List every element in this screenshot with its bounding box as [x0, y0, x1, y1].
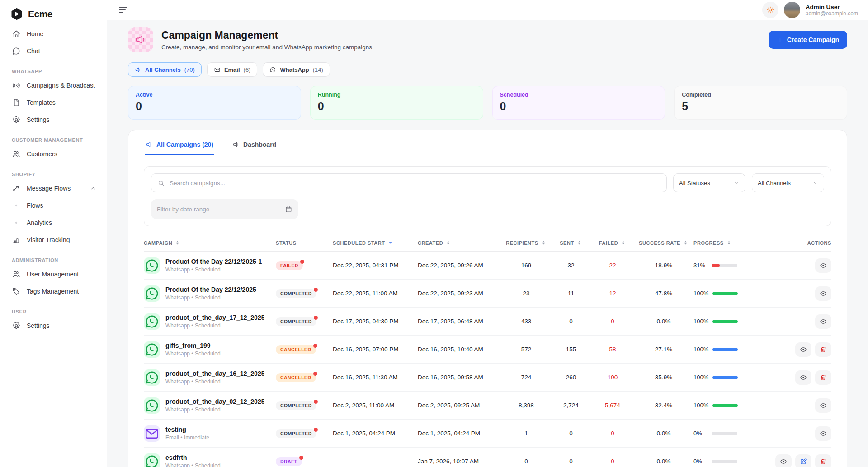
channel-filter-select[interactable]: All Channels [752, 173, 824, 192]
progress-label: 100% [693, 290, 708, 297]
table-row: Product Of the Day 22/12/2025-1 Whatsapp… [144, 252, 831, 280]
sent-cell: 2,724 [551, 402, 591, 409]
recipients-cell: 23 [502, 290, 551, 297]
sidebar-item-tags-management[interactable]: Tags Management [9, 283, 99, 300]
campaign-cell: product_of_the_day_17_12_2025 Whatsapp •… [144, 313, 276, 330]
sidebar-section-whatsapp: WHATSAPP [12, 69, 99, 74]
search-box [151, 173, 667, 192]
view-button[interactable] [815, 398, 831, 413]
column-header-progress[interactable]: PROGRESS [693, 240, 769, 246]
sidebar-item-user-management[interactable]: User Management [9, 266, 99, 283]
sidebar-item-message-flows[interactable]: Message Flows [9, 180, 99, 197]
column-header-success-rate[interactable]: SUCCESS RATE [634, 240, 693, 246]
column-header-recipients[interactable]: RECIPIENTS [502, 240, 551, 246]
page-title: Campaign Management [161, 29, 372, 42]
success-rate-cell: 35.9% [634, 374, 693, 381]
column-header-failed[interactable]: FAILED [591, 240, 634, 246]
actions-cell [769, 370, 831, 385]
success-rate-cell: 18.9% [634, 262, 693, 269]
users-icon [12, 149, 21, 159]
column-header-sent[interactable]: SENT [551, 240, 591, 246]
document-icon [12, 98, 21, 107]
create-campaign-button[interactable]: Create Campaign [769, 31, 847, 49]
view-button[interactable] [795, 370, 811, 385]
channel-chip-all-channels[interactable]: All Channels(70) [128, 62, 202, 77]
delete-button[interactable] [815, 454, 831, 467]
sidebar-item-visitor-tracking[interactable]: Visitor Tracking [9, 231, 99, 248]
sidebar-toggle-button[interactable] [116, 4, 130, 15]
eye-icon [820, 318, 827, 325]
sidebar-item-home[interactable]: Home [9, 25, 99, 42]
whatsapp-channel-icon [144, 341, 160, 358]
progress-label: 100% [693, 318, 708, 325]
stat-label: Running [318, 92, 476, 98]
created-cell: Jan 7, 2026, 10:07 AM [418, 458, 502, 465]
sent-cell: 32 [551, 262, 591, 269]
stat-cards: Active0Running0Scheduled0Completed5 [128, 86, 847, 120]
channel-chip-email[interactable]: Email(6) [207, 62, 258, 77]
sidebar-item-flows[interactable]: Flows [9, 197, 99, 214]
eye-icon [820, 262, 827, 269]
status-filter-select[interactable]: All Statuses [673, 173, 745, 192]
home-icon [12, 29, 21, 38]
stat-card-completed: Completed5 [674, 86, 847, 120]
view-button[interactable] [815, 286, 831, 301]
brand-logo[interactable]: Ecme [9, 5, 99, 25]
sidebar-item-analytics[interactable]: Analytics [9, 214, 99, 231]
view-button[interactable] [775, 454, 792, 467]
failed-cell: 0 [591, 318, 634, 325]
avatar[interactable] [784, 2, 800, 18]
tab-dashboard[interactable]: Dashboard [231, 138, 277, 155]
eye-icon [820, 430, 827, 437]
view-button[interactable] [815, 314, 831, 329]
recipients-cell: 724 [502, 374, 551, 381]
theme-toggle-button[interactable] [762, 2, 778, 18]
sidebar-item-customers[interactable]: Customers [9, 145, 99, 163]
success-rate-cell: 0.0% [634, 458, 693, 465]
actions-cell [769, 398, 831, 413]
table-body: Product Of the Day 22/12/2025-1 Whatsapp… [144, 252, 831, 467]
progress-cell: 0% [693, 458, 769, 465]
sidebar-item-label: Tags Management [27, 288, 97, 295]
delete-button[interactable] [815, 342, 831, 357]
failed-cell: 12 [591, 290, 634, 297]
progress-bar [712, 292, 738, 295]
edit-button[interactable] [795, 454, 811, 467]
campaign-name: esdfrth [165, 454, 221, 461]
scheduled-start-cell: Dec 17, 2025, 04:30 PM [333, 318, 418, 325]
sidebar-item-settings[interactable]: Settings [9, 317, 99, 334]
view-button[interactable] [815, 426, 831, 441]
scheduled-start-cell: Dec 22, 2025, 11:00 AM [333, 290, 418, 297]
search-input[interactable] [170, 180, 660, 187]
actions-cell [769, 258, 831, 273]
sidebar-item-chat[interactable]: Chat [9, 42, 99, 60]
delete-button[interactable] [815, 370, 831, 385]
progress-label: 0% [693, 458, 708, 465]
view-button[interactable] [795, 342, 811, 357]
column-header-scheduled-start[interactable]: SCHEDULED START [333, 240, 418, 246]
status-badge: DRAFT [276, 457, 302, 466]
brand-name: Ecme [28, 9, 52, 19]
sun-icon [766, 6, 774, 14]
progress-cell: 31% [693, 262, 769, 269]
date-range-input[interactable] [157, 206, 285, 213]
sort-icon [175, 240, 180, 246]
sidebar-item-label: Home [27, 30, 97, 37]
users-icon [12, 270, 21, 279]
sidebar-item-campaigns-broadcast[interactable]: Campaigns & Broadcast [9, 77, 99, 94]
column-header-campaign[interactable]: CAMPAIGN [144, 240, 276, 246]
notification-dot [299, 456, 303, 460]
whatsapp-channel-icon [144, 285, 160, 302]
sidebar-item-templates[interactable]: Templates [9, 94, 99, 111]
whatsapp-channel-icon [144, 313, 160, 330]
view-button[interactable] [815, 258, 831, 273]
recipients-cell: 0 [502, 458, 551, 465]
tab-all-campaigns-20[interactable]: All Campaigns (20) [145, 138, 214, 155]
campaign-meta: Whatsapp • Scheduled [165, 322, 264, 329]
channel-chip-whatsapp[interactable]: WhatsApp(14) [263, 62, 330, 77]
progress-label: 31% [693, 262, 708, 269]
column-header-created[interactable]: CREATED [418, 240, 502, 246]
filters-panel: All Statuses All Channels [144, 166, 831, 226]
progress-cell: 100% [693, 346, 769, 353]
sidebar-item-settings[interactable]: Settings [9, 111, 99, 128]
